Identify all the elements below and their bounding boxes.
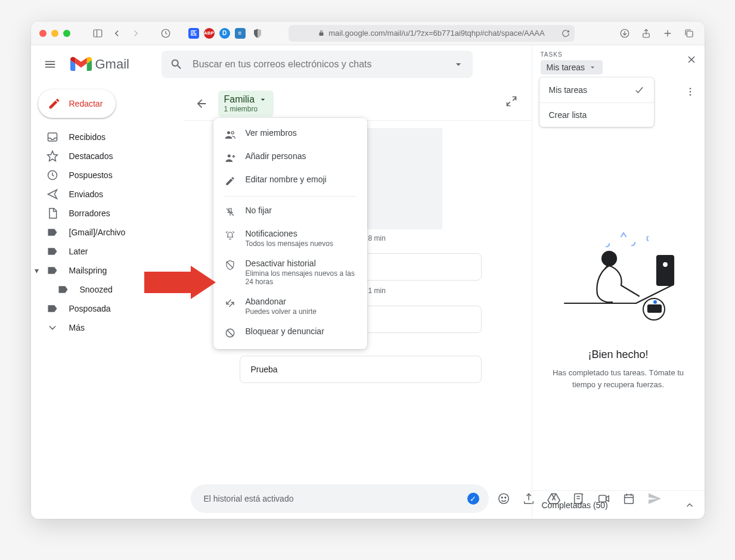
minimize-window-button[interactable] [51, 30, 58, 37]
unpin-icon [224, 206, 236, 218]
reload-icon[interactable] [562, 29, 570, 38]
extension-icon-abp[interactable]: ABP [204, 28, 215, 39]
extension-icon-1[interactable]: 匹 [188, 28, 199, 39]
extension-icon-4[interactable]: ≡ [235, 28, 246, 39]
label-icon [57, 284, 69, 295]
tasks-header: TASKS Mis tareas [532, 45, 705, 78]
menu-separator [224, 196, 356, 197]
nav-drafts[interactable]: Borradores [31, 204, 176, 223]
svg-point-21 [501, 497, 503, 498]
tasks-label: TASKS [541, 51, 696, 58]
chevron-down-icon [46, 322, 58, 334]
nav-later[interactable]: Later [31, 242, 176, 261]
space-dropdown[interactable]: Familia 1 miembro [218, 91, 274, 117]
nav-sent-label: Enviados [69, 189, 104, 199]
nav-more[interactable]: Más [31, 318, 176, 337]
tasks-menu-my-tasks[interactable]: Mis tareas [539, 77, 654, 102]
svg-rect-8 [687, 31, 693, 37]
svg-marker-10 [47, 151, 57, 161]
svg-point-37 [689, 88, 691, 89]
label-icon [46, 245, 58, 257]
shield-extension-icon[interactable] [250, 26, 265, 41]
menu-add-people[interactable]: Añadir personas [213, 146, 367, 169]
nav-archive[interactable]: [Gmail]/Archivo [31, 223, 176, 242]
back-button-icon[interactable] [110, 26, 124, 41]
search-options-icon[interactable] [452, 58, 464, 70]
menu-edit-name[interactable]: Editar nombre y emoji [213, 169, 367, 192]
tasks-menu-my-tasks-label: Mis tareas [549, 85, 588, 95]
search-bar[interactable] [162, 51, 473, 78]
chat-back-button[interactable] [191, 93, 212, 114]
caret-down-icon: ▾ [35, 266, 39, 275]
pencil-icon [224, 175, 236, 187]
menu-leave[interactable]: AbandonarPuedes volver a unirte [213, 291, 367, 321]
svg-point-22 [504, 497, 505, 498]
document-icon [46, 207, 58, 219]
tasks-menu-create-list[interactable]: Crear lista [539, 103, 654, 127]
tasks-close-button[interactable] [686, 54, 697, 68]
menu-add-people-label: Añadir personas [246, 151, 306, 161]
sidebar-toggle-icon[interactable] [91, 26, 105, 41]
nav-starred-label: Destacados [69, 151, 113, 161]
history-icon[interactable] [159, 26, 173, 41]
nav-snoozed[interactable]: Pospuestos [31, 166, 176, 185]
url-bar[interactable]: mail.google.com/mail/u/1/?zx=6b771ai9tqh… [289, 25, 575, 42]
tasks-list-menu: Mis tareas Crear lista [539, 77, 654, 127]
menu-block[interactable]: Bloquear y denunciar [213, 321, 367, 344]
svg-point-45 [653, 300, 657, 304]
tasks-empty-title: ¡Bien hecho! [588, 349, 648, 361]
gmail-logo[interactable]: Gmail [70, 56, 129, 73]
content-row: Redactar Recibidos Destacados Pospuestos… [31, 83, 532, 519]
menu-notifications[interactable]: NotificacionesTodos los mensajes nuevos [213, 223, 367, 253]
nav-posposada-label: Posposada [69, 304, 111, 313]
svg-line-18 [227, 330, 233, 337]
tabs-overview-icon[interactable] [682, 26, 696, 41]
forward-button-icon[interactable] [129, 26, 143, 41]
chevron-down-icon [258, 95, 268, 104]
menu-disable-history-label: Desactivar historial [246, 259, 356, 268]
label-icon [46, 265, 58, 276]
tasks-panel: TASKS Mis tareas Mis tareas [532, 45, 705, 519]
main-menu-icon[interactable] [38, 52, 62, 76]
nav-starred[interactable]: Destacados [31, 147, 176, 166]
search-input[interactable] [193, 59, 443, 70]
new-tab-icon[interactable] [660, 26, 675, 41]
svg-line-16 [227, 262, 233, 269]
collapse-panel-icon[interactable] [501, 91, 522, 112]
search-icon [170, 58, 183, 71]
menu-unpin[interactable]: No fijar [213, 200, 367, 223]
inbox-icon [46, 131, 58, 143]
tasks-more-button[interactable] [683, 85, 697, 99]
svg-marker-19 [144, 266, 216, 299]
nav-sent[interactable]: Enviados [31, 185, 176, 204]
annotation-arrow [144, 266, 216, 299]
tasks-menu-create-list-label: Crear lista [549, 110, 587, 120]
close-window-button[interactable] [39, 30, 46, 37]
people-icon [224, 129, 236, 141]
gmail-area: Gmail Redactar Recibidos Destacados [31, 45, 532, 519]
svg-point-41 [662, 262, 668, 267]
menu-disable-history[interactable]: Desactivar historialElimina los mensajes… [213, 253, 367, 291]
chat-compose-bar[interactable]: El historial está activado ✓ [191, 484, 489, 513]
lock-icon [318, 30, 325, 37]
gmail-m-icon [70, 56, 92, 73]
chat-compose-area: El historial está activado ✓ [191, 484, 525, 513]
compose-button[interactable]: Redactar [38, 89, 116, 118]
svg-rect-40 [657, 256, 674, 285]
maximize-window-button[interactable] [63, 30, 70, 37]
emoji-icon[interactable] [497, 492, 510, 505]
chat-task-open[interactable]: Prueba [240, 356, 482, 383]
nav-inbox[interactable]: Recibidos [31, 127, 176, 147]
download-icon[interactable] [618, 26, 632, 41]
nav-posposada[interactable]: Posposada [31, 299, 176, 318]
tasks-completed-footer[interactable]: Completadas (50) [532, 490, 705, 519]
send-icon [46, 188, 58, 200]
tasks-list-dropdown[interactable]: Mis tareas [541, 60, 603, 74]
extension-icon-d[interactable]: D [219, 28, 230, 39]
share-icon[interactable] [639, 26, 653, 41]
nav-more-label: Más [69, 323, 85, 332]
space-name-text: Familia [224, 94, 255, 105]
menu-disable-history-sub: Elimina los mensajes nuevos a las 24 hor… [246, 269, 356, 286]
menu-notifications-label: Notificaciones [246, 229, 333, 238]
menu-view-members[interactable]: Ver miembros [213, 123, 367, 146]
